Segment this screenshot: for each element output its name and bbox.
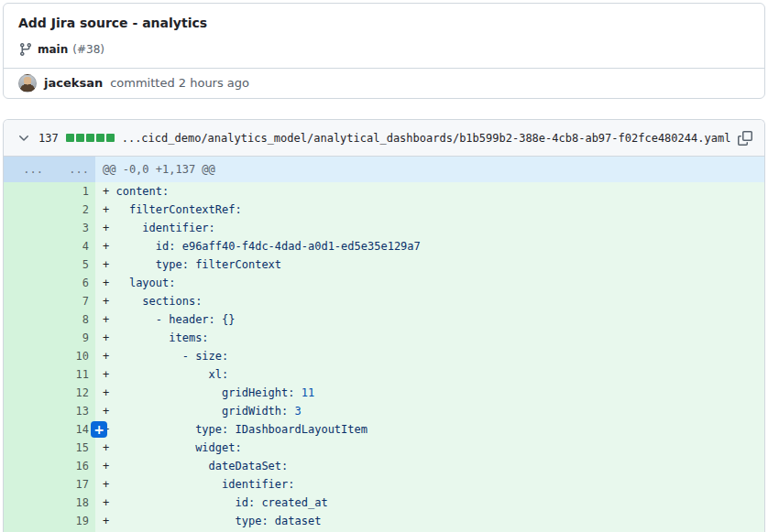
commit-title: Add Jira source - analytics (18, 16, 750, 31)
old-line-number[interactable] (4, 292, 49, 310)
line-number[interactable]: 3 (49, 219, 95, 237)
code-line: + identifier: (95, 219, 215, 237)
diff-line: 12+ gridHeight: 11 (4, 384, 764, 402)
old-line-number[interactable] (4, 255, 49, 274)
old-line-number[interactable] (4, 182, 49, 201)
line-number[interactable]: 7 (49, 292, 95, 310)
addition-marker: + (103, 478, 115, 491)
old-line-number[interactable] (4, 347, 49, 365)
diffstat-square (76, 134, 84, 142)
code-line: + gridHeight: 11 (95, 384, 314, 402)
old-line-number[interactable] (4, 274, 49, 292)
addition-marker: + (103, 368, 115, 381)
hunk-gutter-right[interactable]: ... (49, 157, 95, 182)
old-line-number[interactable] (4, 494, 49, 512)
old-line-number[interactable] (4, 402, 49, 420)
line-number[interactable]: 5 (49, 255, 95, 274)
line-number[interactable]: 13 (49, 402, 95, 420)
diffstat-blocks (66, 134, 115, 142)
addition-marker: + (103, 350, 115, 363)
diff-line: 15+ widget: (4, 439, 764, 457)
diff-line: 7+ sections: (4, 292, 764, 310)
line-number[interactable]: 4 (49, 237, 95, 255)
diff-line: 1+ content: (4, 182, 764, 201)
addition-marker: + (103, 277, 115, 289)
diff-line: 8+ - header: {} (4, 310, 764, 329)
diff-line: 14+ type: IDashboardLayoutItem+ (4, 420, 764, 439)
diff-line: 19+ type: dataset (4, 512, 764, 530)
diff-line: 2+ filterContextRef: (4, 201, 764, 219)
diff-line: 5+ type: filterContext (4, 255, 764, 274)
addition-marker: + (103, 441, 115, 454)
addition-marker: + (103, 515, 115, 527)
old-line-number[interactable] (4, 475, 49, 494)
copy-icon[interactable] (738, 131, 752, 146)
diffstat-square (106, 134, 115, 142)
code-line: + items: (95, 329, 209, 347)
hunk-header-row: ... ... @@ -0,0 +1,137 @@ (4, 157, 764, 182)
old-line-number[interactable] (4, 420, 49, 439)
line-number[interactable]: 10 (49, 347, 95, 365)
code-line: + id: created_at (95, 494, 328, 512)
chevron-down-icon[interactable] (16, 131, 31, 146)
diffstat-square (86, 134, 94, 142)
diff-line: 9+ items: (4, 329, 764, 347)
addition-marker: + (103, 295, 115, 308)
line-number[interactable]: 15 (49, 439, 95, 457)
old-line-number[interactable] (4, 384, 49, 402)
addition-marker: + (103, 258, 115, 271)
old-line-number[interactable] (4, 512, 49, 530)
add-comment-button[interactable]: + (91, 421, 107, 438)
additions-count: 137 (38, 132, 59, 145)
commit-header-card: Add Jira source - analytics main (#38) j… (3, 3, 765, 99)
diff-line: 4+ id: e96aff40-f4dc-4dad-a0d1-ed5e35e12… (4, 237, 764, 255)
diff-line: 11+ xl: (4, 365, 764, 384)
code-line: + content: (95, 182, 169, 201)
line-number[interactable]: 6 (49, 274, 95, 292)
author-name[interactable]: jaceksan (44, 74, 103, 92)
old-line-number[interactable] (4, 219, 49, 237)
old-line-number[interactable] (4, 310, 49, 329)
code-line: + - header: {} (95, 310, 236, 329)
addition-marker: + (103, 405, 115, 418)
hunk-gutter-left[interactable]: ... (4, 157, 49, 182)
old-line-number[interactable] (4, 439, 49, 457)
file-path[interactable]: ...cicd_demo/analytics_model/analytical_… (122, 132, 731, 145)
addition-marker: + (103, 460, 115, 472)
old-line-number[interactable] (4, 201, 49, 219)
line-number[interactable]: 19 (49, 512, 95, 530)
code-line: + filterContextRef: (95, 201, 242, 219)
code-line: + sections: (95, 292, 202, 310)
line-number[interactable]: 14 (49, 420, 95, 439)
line-number[interactable]: 2 (49, 201, 95, 219)
pr-reference[interactable]: (#38) (72, 42, 104, 57)
line-number[interactable]: 18 (49, 494, 95, 512)
old-line-number[interactable] (4, 365, 49, 384)
line-number[interactable]: 12 (49, 384, 95, 402)
code-line: + id: e96aff40-f4dc-4dad-a0d1-ed5e35e129… (95, 237, 421, 255)
addition-marker: + (103, 496, 115, 509)
diff-line: 3+ identifier: (4, 219, 764, 237)
branch-row: main (#38) (18, 42, 750, 57)
line-number[interactable]: 8 (49, 310, 95, 329)
commit-meta: committed 2 hours ago (110, 74, 249, 92)
line-number[interactable]: 17 (49, 475, 95, 494)
line-number[interactable]: 16 (49, 457, 95, 475)
old-line-number[interactable] (4, 457, 49, 475)
line-number[interactable]: 1 (49, 182, 95, 201)
line-number[interactable]: 9 (49, 329, 95, 347)
line-number[interactable]: 11 (49, 365, 95, 384)
code-line: + gridWidth: 3 (95, 402, 302, 420)
diffstat-square (96, 134, 104, 142)
avatar[interactable] (18, 74, 37, 92)
commit-author-row: jaceksan committed 2 hours ago (4, 68, 764, 98)
old-line-number[interactable] (4, 237, 49, 255)
hunk-header-text: @@ -0,0 +1,137 @@ (95, 157, 215, 182)
addition-marker: + (103, 185, 115, 198)
diff-line: 17+ identifier: (4, 475, 764, 494)
old-line-number[interactable] (4, 329, 49, 347)
diff-line: 6+ layout: (4, 274, 764, 292)
branch-name[interactable]: main (38, 42, 68, 57)
git-branch-icon (18, 42, 33, 57)
addition-marker: + (103, 331, 115, 344)
